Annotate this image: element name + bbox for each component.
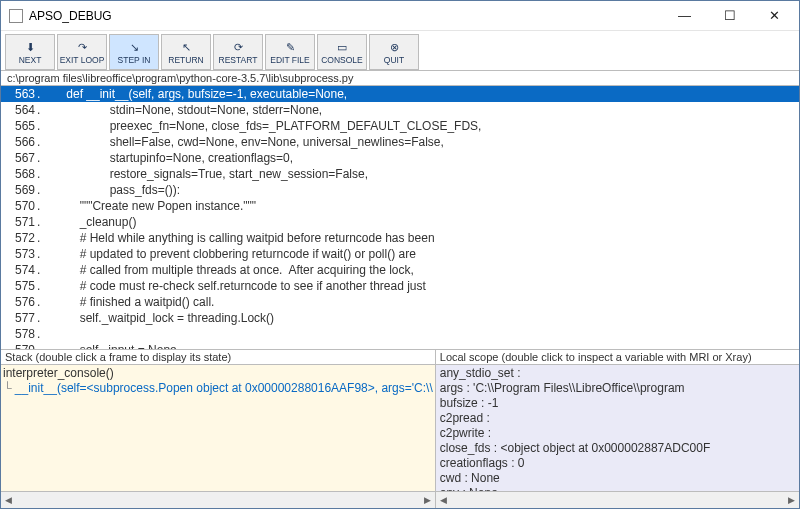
code-line[interactable]: 576. # finished a waitpid() call. <box>1 294 799 310</box>
restart-button-icon: ⟳ <box>234 39 243 55</box>
scope-variable[interactable]: bufsize : -1 <box>440 396 795 411</box>
stack-panel: Stack (double click a frame to display i… <box>1 350 436 508</box>
code-line[interactable]: 567. startupinfo=None, creationflags=0, <box>1 150 799 166</box>
return-button[interactable]: ↖RETURN <box>161 34 211 70</box>
next-button[interactable]: ⬇NEXT <box>5 34 55 70</box>
minimize-button[interactable]: — <box>662 2 707 30</box>
edit-file-button[interactable]: ✎EDIT FILE <box>265 34 315 70</box>
code-line[interactable]: 570. """Create new Popen instance.""" <box>1 198 799 214</box>
stack-frame[interactable]: └ __init__(self=<subprocess.Popen object… <box>3 381 433 396</box>
scrollbar[interactable]: ◀▶ <box>436 491 799 508</box>
quit-button[interactable]: ⊗QUIT <box>369 34 419 70</box>
quit-button-icon: ⊗ <box>390 39 399 55</box>
step-in-button-icon: ↘ <box>130 39 139 55</box>
app-icon <box>9 9 23 23</box>
console-button[interactable]: ▭CONSOLE <box>317 34 367 70</box>
window-controls: — ☐ ✕ <box>662 2 797 30</box>
code-line[interactable]: 573. # updated to prevent clobbering ret… <box>1 246 799 262</box>
titlebar: APSO_DEBUG — ☐ ✕ <box>1 1 799 31</box>
edit-file-button-icon: ✎ <box>286 39 295 55</box>
exit-loop-button-icon: ↷ <box>78 39 87 55</box>
code-line[interactable]: 579. self._input = None <box>1 342 799 350</box>
code-viewer[interactable]: 563. def __init__(self, args, bufsize=-1… <box>1 86 799 350</box>
file-path: c:\program files\libreoffice\program\pyt… <box>1 71 799 86</box>
stack-list[interactable]: interpreter_console() └ __init__(self=<s… <box>1 365 435 491</box>
scope-variable[interactable]: c2pwrite : <box>440 426 795 441</box>
scope-panel: Local scope (double click to inspect a v… <box>436 350 799 508</box>
step-in-button[interactable]: ↘STEP IN <box>109 34 159 70</box>
exit-loop-button[interactable]: ↷EXIT LOOP <box>57 34 107 70</box>
next-button-icon: ⬇ <box>26 39 35 55</box>
code-line[interactable]: 571. _cleanup() <box>1 214 799 230</box>
close-button[interactable]: ✕ <box>752 2 797 30</box>
scrollbar[interactable]: ◀▶ <box>1 491 435 508</box>
scope-variable[interactable]: cwd : None <box>440 471 795 486</box>
code-line[interactable]: 574. # called from multiple threads at o… <box>1 262 799 278</box>
toolbar: ⬇NEXT↷EXIT LOOP↘STEP IN↖RETURN⟳RESTART✎E… <box>1 31 799 71</box>
code-line[interactable]: 566. shell=False, cwd=None, env=None, un… <box>1 134 799 150</box>
scope-variable[interactable]: args : 'C:\\Program Files\\LibreOffice\\… <box>440 381 795 396</box>
code-line[interactable]: 565. preexec_fn=None, close_fds=_PLATFOR… <box>1 118 799 134</box>
bottom-panes: Stack (double click a frame to display i… <box>1 350 799 508</box>
scope-header: Local scope (double click to inspect a v… <box>436 350 799 365</box>
code-line[interactable]: 572. # Held while anything is calling wa… <box>1 230 799 246</box>
scope-variable[interactable]: close_fds : <object object at 0x00000288… <box>440 441 795 456</box>
stack-header: Stack (double click a frame to display i… <box>1 350 435 365</box>
scope-variable[interactable]: any_stdio_set : <box>440 366 795 381</box>
scope-list[interactable]: any_stdio_set :args : 'C:\\Program Files… <box>436 365 799 491</box>
scope-variable[interactable]: c2pread : <box>440 411 795 426</box>
code-line[interactable]: 563. def __init__(self, args, bufsize=-1… <box>1 86 799 102</box>
window-title: APSO_DEBUG <box>29 9 662 23</box>
restart-button[interactable]: ⟳RESTART <box>213 34 263 70</box>
code-line[interactable]: 575. # code must re-check self.returncod… <box>1 278 799 294</box>
maximize-button[interactable]: ☐ <box>707 2 752 30</box>
console-button-icon: ▭ <box>337 39 347 55</box>
code-line[interactable]: 564. stdin=None, stdout=None, stderr=Non… <box>1 102 799 118</box>
code-line[interactable]: 578. <box>1 326 799 342</box>
scope-variable[interactable]: creationflags : 0 <box>440 456 795 471</box>
code-line[interactable]: 569. pass_fds=()): <box>1 182 799 198</box>
code-line[interactable]: 577. self._waitpid_lock = threading.Lock… <box>1 310 799 326</box>
return-button-icon: ↖ <box>182 39 191 55</box>
code-line[interactable]: 568. restore_signals=True, start_new_ses… <box>1 166 799 182</box>
stack-frame[interactable]: interpreter_console() <box>3 366 433 381</box>
